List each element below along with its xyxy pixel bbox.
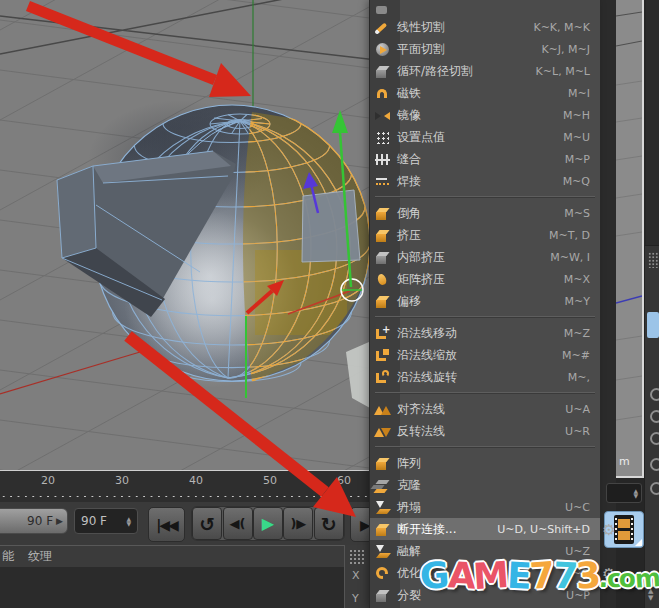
dock-spinner[interactable]: ▲▼ bbox=[648, 588, 653, 602]
menu-item-stitch[interactable]: 缝合M~P bbox=[370, 148, 600, 170]
menu-item-reverse-normals[interactable]: 反转法线U~R bbox=[370, 420, 600, 442]
menu-item-mirror[interactable]: 镜像M~H bbox=[370, 104, 600, 126]
menu-item-label: 镜像 bbox=[397, 107, 421, 124]
menu-item-inner-extrude[interactable]: 内部挤压M~W, I bbox=[370, 246, 600, 268]
menu-item-label: 焊接 bbox=[397, 173, 421, 190]
menu-item-normal-move[interactable]: 沿法线移动M~Z bbox=[370, 322, 600, 344]
align-normals-icon bbox=[374, 401, 391, 418]
coordinates-panel-edge: X Y bbox=[344, 545, 371, 608]
menu-item-bevel[interactable]: 倒角M~S bbox=[370, 202, 600, 224]
dock-button[interactable] bbox=[647, 312, 659, 338]
mirror-icon bbox=[374, 107, 391, 124]
knife-icon bbox=[374, 19, 391, 36]
normal-rotate-icon bbox=[374, 369, 391, 386]
menu-item-disconnect[interactable]: 断开连接...U~D, U~Shift+D bbox=[370, 518, 600, 540]
menu-item-loop-cut[interactable]: 循环/路径切割K~L, M~L bbox=[370, 60, 600, 82]
tab-function[interactable]: 能 bbox=[2, 548, 14, 565]
next-frame-button[interactable]: )▶ bbox=[283, 507, 313, 540]
play-button[interactable]: ▶ bbox=[253, 507, 283, 540]
previous-key-button[interactable]: ↺ bbox=[192, 507, 222, 540]
coord-y-label: Y bbox=[352, 592, 359, 605]
menu-item-matrix-extrude[interactable]: 矩阵挤压M~X bbox=[370, 268, 600, 290]
menu-item-shortcut: M~H bbox=[563, 109, 590, 122]
reverse-normals-icon bbox=[374, 423, 391, 440]
dock-ring-icon[interactable] bbox=[650, 410, 659, 423]
menu-item-shortcut: M~I bbox=[568, 87, 590, 100]
right-dock-panel: ▲▼ bbox=[644, 245, 659, 608]
value-spinner[interactable]: ▲▼ bbox=[606, 483, 642, 503]
menu-item-label: 克隆 bbox=[397, 477, 421, 494]
menu-item-clone[interactable]: 克隆 bbox=[370, 474, 600, 496]
dock-ring-icon[interactable] bbox=[650, 458, 659, 471]
menu-item-shortcut: M~X bbox=[564, 273, 590, 286]
menu-item-offset[interactable]: 偏移M~Y bbox=[370, 290, 600, 312]
ruler-frame-label: 50 bbox=[259, 474, 281, 487]
dock-ring-icon[interactable] bbox=[650, 432, 659, 445]
offset-icon bbox=[374, 293, 391, 310]
previous-frame-button[interactable]: ◀( bbox=[223, 507, 253, 540]
tool-options-gear-icon[interactable]: ⚙ bbox=[600, 565, 618, 583]
optimize-icon bbox=[374, 565, 391, 582]
menu-item-label: 偏移 bbox=[397, 293, 421, 310]
menu-item-normal-scale[interactable]: 沿法线缩放M~# bbox=[370, 344, 600, 366]
menu-item-optimize[interactable]: 优化...U~O bbox=[370, 562, 600, 584]
menu-separator bbox=[370, 442, 600, 452]
set-point-value-icon bbox=[374, 129, 391, 146]
menu-item-set-point-value[interactable]: 设置点值M~U bbox=[370, 126, 600, 148]
menu-item-label: 缝合 bbox=[397, 151, 421, 168]
panel-grip-icon[interactable] bbox=[648, 252, 658, 268]
corner-fold bbox=[635, 539, 642, 546]
menu-item-shortcut: U~O bbox=[564, 567, 590, 580]
timeline-scrollbar-label: 90 F bbox=[27, 514, 53, 528]
menu-item-label: 反转法线 bbox=[397, 423, 445, 440]
menu-item-label: 优化... bbox=[397, 565, 432, 582]
tool-options-gear-icon[interactable]: ⚙ bbox=[600, 521, 618, 539]
panel-grip-icon[interactable] bbox=[349, 549, 366, 564]
inner-extrude-icon bbox=[374, 249, 391, 266]
dock-ring-icon[interactable] bbox=[650, 388, 659, 401]
matrix-extrude-icon bbox=[374, 271, 391, 288]
bevel-icon bbox=[374, 205, 391, 222]
next-key-button[interactable]: ↻ bbox=[314, 507, 344, 540]
coord-x-label: X bbox=[352, 569, 360, 582]
menu-item-shortcut: U~Z bbox=[565, 545, 590, 558]
menu-item-normal-rotate[interactable]: 沿法线旋转M~, bbox=[370, 366, 600, 388]
side-viewport-lines bbox=[616, 0, 642, 476]
menu-item-shortcut: M~# bbox=[562, 349, 590, 362]
tab-texture[interactable]: 纹理 bbox=[28, 548, 52, 565]
normal-move-icon bbox=[374, 325, 391, 342]
end-frame-field[interactable]: 90 F ▲▼ bbox=[74, 508, 138, 534]
menu-item-align-normals[interactable]: 对齐法线U~A bbox=[370, 398, 600, 420]
menu-item-shortcut: M~Q bbox=[563, 175, 590, 188]
collapse-icon bbox=[374, 499, 391, 516]
menu-item-shortcut: K~L, M~L bbox=[536, 65, 590, 78]
menu-item-knife[interactable]: 线性切割K~K, M~K bbox=[370, 16, 600, 38]
dock-ring-icon[interactable] bbox=[650, 482, 659, 495]
menu-item-label: 矩阵挤压 bbox=[397, 271, 445, 288]
plane-cut-icon bbox=[374, 41, 391, 58]
menu-item-shortcut: U~C bbox=[565, 501, 590, 514]
menu-item-melt[interactable]: 融解U~Z bbox=[370, 540, 600, 562]
timeline-scrollbar[interactable]: 90 F ▶ bbox=[0, 508, 68, 534]
menu-item-plane-cut[interactable]: 平面切割K~J, M~J bbox=[370, 38, 600, 60]
menu-item-label: 设置点值 bbox=[397, 129, 445, 146]
menu-item-partial[interactable] bbox=[370, 0, 600, 16]
melt-icon bbox=[374, 543, 391, 560]
weld-icon bbox=[374, 173, 391, 190]
materials-panel: 能 纹理 bbox=[0, 545, 370, 608]
go-to-start-button[interactable]: |◀◀ bbox=[148, 507, 185, 542]
menu-item-weld[interactable]: 焊接M~Q bbox=[370, 170, 600, 192]
menu-item-label: 对齐法线 bbox=[397, 401, 445, 418]
menu-item-array[interactable]: 阵列 bbox=[370, 452, 600, 474]
unit-label: m bbox=[619, 455, 630, 468]
menu-item-extrude[interactable]: 挤压M~T, D bbox=[370, 224, 600, 246]
menu-item-split[interactable]: 分裂U~P bbox=[370, 584, 600, 606]
menu-item-magnet[interactable]: 磁铁M~I bbox=[370, 82, 600, 104]
menu-item-shortcut: M~W, I bbox=[550, 251, 590, 264]
menu-item-collapse[interactable]: 坍塌U~C bbox=[370, 496, 600, 518]
menu-separator bbox=[370, 312, 600, 322]
unselected-polygon[interactable] bbox=[302, 190, 360, 262]
frame-field-spinner[interactable]: ▲▼ bbox=[126, 516, 131, 526]
side-viewport[interactable]: m bbox=[616, 0, 644, 478]
split-icon bbox=[374, 587, 391, 604]
